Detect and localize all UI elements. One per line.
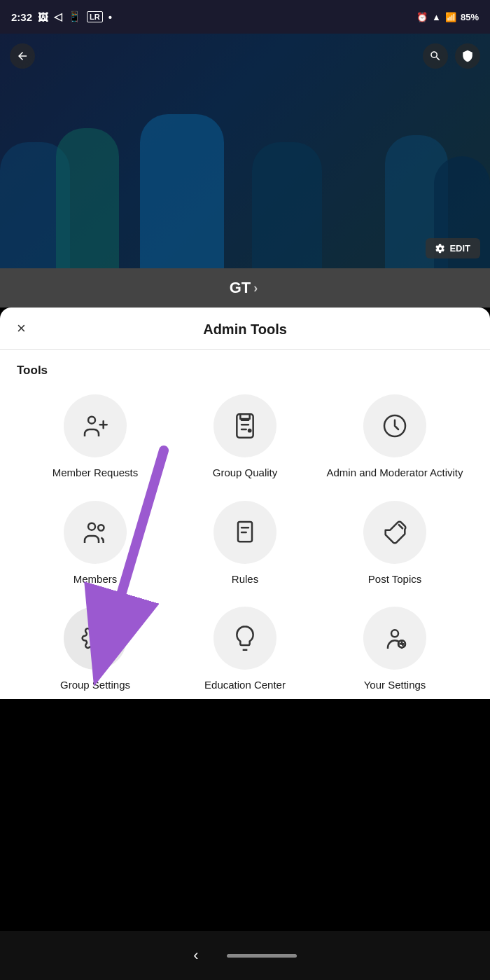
hero-figures	[0, 34, 490, 268]
alarm-icon: ⏰	[416, 12, 428, 22]
nav-icon: ◁	[54, 11, 62, 23]
edit-label: EDIT	[449, 243, 470, 254]
nav-home-pill[interactable]	[227, 954, 297, 958]
your-settings-icon-circle	[363, 607, 426, 670]
bottom-nav: ‹	[0, 931, 490, 980]
post-topics-icon-circle	[363, 501, 426, 564]
post-topics-label: Post Topics	[368, 572, 421, 586]
members-label: Members	[74, 572, 118, 586]
rules-icon-circle	[214, 501, 276, 564]
status-bar: 2:32 🖼 ◁ 📱 LR • ⏰ ▲ 📶 85%	[0, 0, 490, 34]
back-button[interactable]	[10, 43, 35, 69]
tool-education-center[interactable]: Education Center	[174, 607, 316, 692]
tool-member-requests[interactable]: Member Requests	[24, 394, 167, 480]
image-icon: 🖼	[38, 11, 48, 23]
tools-section: Tools Member Requests	[0, 350, 490, 692]
svg-line-7	[398, 524, 403, 529]
shield-button[interactable]	[455, 43, 480, 69]
modal-panel: × Admin Tools Tools Member Requests	[0, 308, 490, 699]
signal-icon: 📶	[445, 12, 456, 22]
education-center-icon-circle	[214, 607, 276, 670]
dot-icon: •	[108, 11, 112, 23]
rules-label: Rules	[232, 572, 258, 586]
group-name: GT	[230, 279, 251, 297]
group-settings-label: Group Settings	[60, 678, 130, 692]
wifi-icon: ▲	[432, 12, 441, 22]
modal-close-button[interactable]: ×	[17, 319, 26, 338]
svg-point-0	[88, 417, 95, 424]
admin-moderator-label: Admin and Moderator Activity	[326, 466, 463, 480]
group-settings-icon-circle	[64, 607, 127, 670]
tool-your-settings[interactable]: Your Settings	[323, 607, 466, 692]
tool-group-settings[interactable]: Group Settings	[24, 607, 167, 692]
time: 2:32	[11, 11, 32, 23]
chevron-icon: ›	[253, 281, 258, 296]
modal-title: Admin Tools	[203, 322, 287, 338]
lr-icon: LR	[87, 11, 103, 22]
tool-rules[interactable]: Rules	[174, 501, 316, 586]
nav-back-icon[interactable]: ‹	[193, 946, 198, 965]
status-right: ⏰ ▲ 📶 85%	[416, 12, 479, 22]
group-quality-icon-circle	[214, 394, 276, 457]
whatsapp-icon: 📱	[68, 11, 81, 23]
modal-header: × Admin Tools	[0, 308, 490, 350]
search-button[interactable]	[423, 43, 448, 69]
tool-members[interactable]: Members	[24, 501, 167, 586]
figure-2	[56, 128, 119, 268]
status-left: 2:32 🖼 ◁ 📱 LR •	[11, 11, 112, 23]
tools-label: Tools	[17, 364, 473, 378]
edit-button[interactable]: EDIT	[426, 238, 480, 258]
svg-rect-1	[237, 414, 253, 437]
svg-point-5	[98, 525, 104, 530]
admin-moderator-icon-circle	[363, 394, 426, 457]
group-quality-label: Group Quality	[213, 466, 278, 480]
svg-point-8	[391, 630, 398, 637]
figure-4	[252, 142, 322, 268]
battery-icon: 85%	[461, 12, 479, 22]
svg-point-2	[248, 429, 251, 432]
figure-3	[140, 114, 224, 268]
members-icon-circle	[64, 501, 127, 564]
tools-grid: Member Requests Group Quality	[17, 394, 473, 692]
hero-area: EDIT	[0, 34, 490, 268]
member-requests-icon-circle	[64, 394, 127, 457]
tool-group-quality[interactable]: Group Quality	[174, 394, 316, 480]
your-settings-label: Your Settings	[364, 678, 426, 692]
group-title-bar[interactable]: GT ›	[0, 268, 490, 308]
education-center-label: Education Center	[204, 678, 286, 692]
svg-point-4	[88, 523, 95, 530]
tool-admin-moderator[interactable]: Admin and Moderator Activity	[323, 394, 466, 480]
member-requests-label: Member Requests	[52, 466, 139, 480]
tool-post-topics[interactable]: Post Topics	[323, 501, 466, 586]
